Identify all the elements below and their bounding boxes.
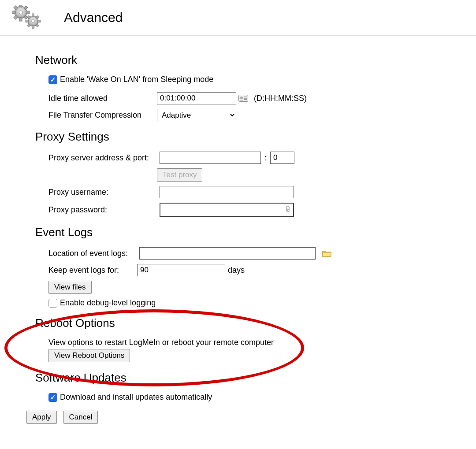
section-heading-network: Network: [35, 53, 450, 67]
page-title: Advanced: [64, 10, 123, 25]
svg-rect-13: [32, 26, 34, 29]
cancel-button[interactable]: Cancel: [63, 411, 98, 424]
debug-logging-checkbox[interactable]: [48, 299, 57, 308]
svg-rect-4: [26, 11, 30, 14]
svg-rect-15: [26, 20, 29, 22]
folder-icon[interactable]: [322, 249, 331, 257]
section-heading-reboot: Reboot Options: [35, 316, 450, 330]
proxy-address-label: Proxy server address & port:: [48, 153, 157, 163]
keep-logs-unit: days: [228, 266, 245, 275]
contact-card-icon: [238, 93, 249, 103]
keep-logs-label: Keep event logs for:: [48, 266, 134, 275]
svg-rect-14: [37, 20, 41, 22]
enable-wol-checkbox[interactable]: [48, 75, 57, 84]
compression-select[interactable]: Adaptive: [157, 109, 236, 121]
test-proxy-button[interactable]: Test proxy: [157, 168, 202, 182]
key-icon: [284, 206, 291, 214]
keep-logs-input[interactable]: [137, 264, 225, 276]
idle-time-input[interactable]: [157, 92, 236, 104]
section-heading-proxy: Proxy Settings: [35, 130, 450, 144]
svg-rect-5: [12, 11, 15, 14]
view-reboot-options-button[interactable]: View Reboot Options: [48, 349, 130, 362]
gears-icon: [9, 4, 46, 31]
svg-point-27: [287, 210, 288, 211]
svg-point-21: [240, 96, 243, 99]
proxy-username-label: Proxy username:: [48, 188, 157, 197]
section-heading-eventlogs: Event Logs: [35, 226, 450, 239]
compression-label: File Transfer Compression: [48, 111, 154, 120]
view-files-button[interactable]: View files: [48, 281, 92, 294]
svg-rect-12: [32, 14, 34, 17]
proxy-address-input[interactable]: [160, 152, 261, 164]
proxy-password-label: Proxy password:: [48, 205, 157, 215]
proxy-port-input[interactable]: [270, 152, 294, 164]
enable-wol-label: Enable 'Wake On LAN' from Sleeping mode: [60, 75, 213, 84]
apply-button[interactable]: Apply: [26, 411, 57, 424]
idle-time-label: Idle time allowed: [48, 94, 154, 103]
reboot-description: View options to restart LogMeIn or reboo…: [48, 338, 274, 347]
svg-point-11: [31, 20, 34, 23]
idle-time-hint: (D:HH:MM:SS): [254, 94, 307, 103]
debug-logging-label: Enable debug-level logging: [60, 298, 156, 308]
logs-location-label: Location of event logs:: [48, 249, 137, 258]
auto-update-label: Download and install updates automatical…: [60, 393, 212, 402]
svg-rect-2: [19, 5, 22, 7]
logs-location-input[interactable]: [139, 247, 316, 260]
auto-update-checkbox[interactable]: [48, 393, 57, 402]
section-heading-updates: Software Updates: [35, 371, 450, 385]
page-header: Advanced: [0, 0, 476, 36]
proxy-password-input[interactable]: [160, 204, 293, 216]
proxy-port-separator: :: [264, 153, 267, 163]
proxy-username-input[interactable]: [160, 186, 294, 198]
svg-point-1: [19, 11, 22, 14]
svg-rect-3: [19, 18, 22, 21]
